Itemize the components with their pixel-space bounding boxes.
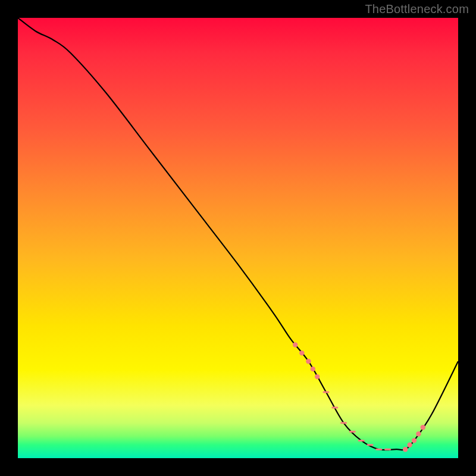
tick-dot <box>421 425 425 430</box>
tick-dot <box>403 447 408 452</box>
tick-dot <box>416 431 421 436</box>
tick-dot <box>306 359 311 364</box>
tick-dot <box>407 443 412 447</box>
tick-dot <box>311 367 315 371</box>
chart-frame: TheBottleneck.com <box>0 0 476 476</box>
bottleneck-curve <box>18 18 458 450</box>
curve-svg <box>18 18 458 458</box>
plot-area <box>18 18 458 458</box>
tick-dot <box>315 374 320 379</box>
attribution-text: TheBottleneck.com <box>365 2 469 16</box>
tick-dot <box>299 350 304 355</box>
tick-dot <box>412 438 416 443</box>
tick-marks <box>293 342 425 452</box>
tick-dot <box>293 342 298 347</box>
